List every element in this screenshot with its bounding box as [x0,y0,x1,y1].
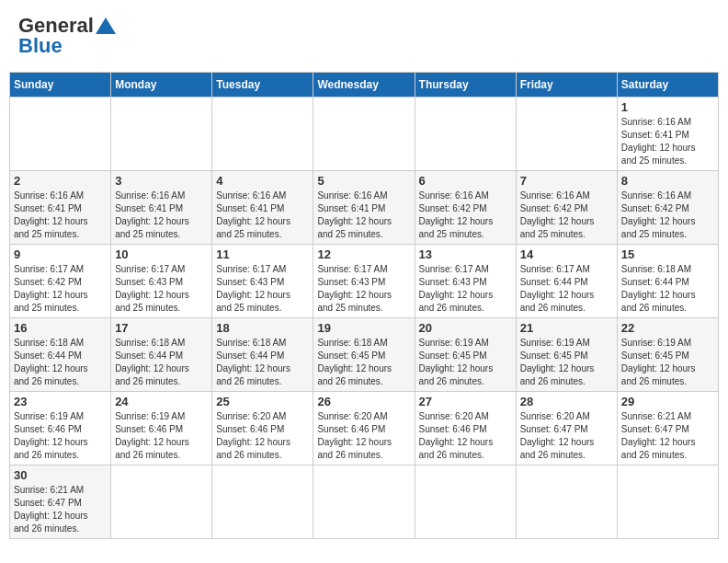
day-cell: 30Sunrise: 6:21 AMSunset: 6:47 PMDayligh… [10,465,111,539]
week-row-1: 2Sunrise: 6:16 AMSunset: 6:41 PMDaylight… [10,171,719,245]
week-row-0: 1Sunrise: 6:16 AMSunset: 6:41 PMDaylight… [10,98,719,171]
day-info: Sunrise: 6:19 AMSunset: 6:45 PMDaylight:… [520,337,613,388]
day-cell [516,465,617,539]
day-number: 9 [14,247,107,261]
week-row-5: 30Sunrise: 6:21 AMSunset: 6:47 PMDayligh… [10,465,719,539]
day-info: Sunrise: 6:17 AMSunset: 6:44 PMDaylight:… [520,263,613,315]
day-info: Sunrise: 6:20 AMSunset: 6:47 PMDaylight:… [520,410,613,462]
day-cell: 12Sunrise: 6:17 AMSunset: 6:43 PMDayligh… [313,245,415,318]
day-info: Sunrise: 6:17 AMSunset: 6:43 PMDaylight:… [317,263,410,315]
header-cell-thursday: Thursday [415,73,516,98]
day-number: 18 [216,321,309,335]
day-info: Sunrise: 6:16 AMSunset: 6:41 PMDaylight:… [115,190,208,241]
page-header: General Blue [9,9,719,63]
day-number: 12 [317,247,410,261]
day-number: 5 [317,174,410,188]
day-cell: 3Sunrise: 6:16 AMSunset: 6:41 PMDaylight… [111,171,212,245]
day-info: Sunrise: 6:18 AMSunset: 6:44 PMDaylight:… [115,337,208,388]
day-cell: 29Sunrise: 6:21 AMSunset: 6:47 PMDayligh… [617,392,718,465]
day-number: 13 [419,247,512,261]
day-info: Sunrise: 6:19 AMSunset: 6:45 PMDaylight:… [621,337,714,388]
day-number: 16 [14,321,107,335]
header-cell-saturday: Saturday [617,73,718,98]
day-cell: 25Sunrise: 6:20 AMSunset: 6:46 PMDayligh… [212,392,313,465]
day-number: 15 [621,247,714,261]
day-cell: 5Sunrise: 6:16 AMSunset: 6:41 PMDaylight… [313,171,415,245]
day-number: 11 [216,247,309,261]
day-cell [415,98,516,171]
week-row-2: 9Sunrise: 6:17 AMSunset: 6:42 PMDaylight… [10,245,719,318]
day-number: 3 [115,174,208,188]
day-cell [415,465,516,539]
header-cell-tuesday: Tuesday [212,73,313,98]
header-cell-monday: Monday [111,73,212,98]
day-number: 27 [419,395,512,408]
logo: General Blue [18,14,116,58]
day-cell: 10Sunrise: 6:17 AMSunset: 6:43 PMDayligh… [111,245,212,318]
week-row-4: 23Sunrise: 6:19 AMSunset: 6:46 PMDayligh… [10,392,719,465]
day-cell: 27Sunrise: 6:20 AMSunset: 6:46 PMDayligh… [415,392,516,465]
header-cell-friday: Friday [516,73,617,98]
day-number: 23 [14,395,107,408]
day-cell: 6Sunrise: 6:16 AMSunset: 6:42 PMDaylight… [415,171,516,245]
day-info: Sunrise: 6:16 AMSunset: 6:41 PMDaylight:… [621,116,714,167]
day-cell: 22Sunrise: 6:19 AMSunset: 6:45 PMDayligh… [617,318,718,392]
day-number: 19 [317,321,410,335]
day-number: 14 [520,247,613,261]
day-info: Sunrise: 6:17 AMSunset: 6:43 PMDaylight:… [115,263,208,315]
day-info: Sunrise: 6:16 AMSunset: 6:41 PMDaylight:… [216,190,309,241]
week-row-3: 16Sunrise: 6:18 AMSunset: 6:44 PMDayligh… [10,318,719,392]
day-info: Sunrise: 6:18 AMSunset: 6:45 PMDaylight:… [317,337,410,388]
day-info: Sunrise: 6:19 AMSunset: 6:46 PMDaylight:… [14,410,107,462]
logo-triangle-icon [96,16,116,36]
day-cell: 13Sunrise: 6:17 AMSunset: 6:43 PMDayligh… [415,245,516,318]
day-cell: 20Sunrise: 6:19 AMSunset: 6:45 PMDayligh… [415,318,516,392]
day-info: Sunrise: 6:16 AMSunset: 6:41 PMDaylight:… [14,190,107,241]
day-cell: 7Sunrise: 6:16 AMSunset: 6:42 PMDaylight… [516,171,617,245]
day-number: 1 [621,100,714,114]
day-cell [111,465,212,539]
day-number: 28 [520,395,613,408]
day-cell [313,98,415,171]
day-cell: 16Sunrise: 6:18 AMSunset: 6:44 PMDayligh… [10,318,111,392]
day-cell: 28Sunrise: 6:20 AMSunset: 6:47 PMDayligh… [516,392,617,465]
day-number: 10 [115,247,208,261]
day-cell: 24Sunrise: 6:19 AMSunset: 6:46 PMDayligh… [111,392,212,465]
day-number: 24 [115,395,208,408]
day-number: 7 [520,174,613,188]
calendar-table: SundayMondayTuesdayWednesdayThursdayFrid… [9,72,719,539]
day-info: Sunrise: 6:16 AMSunset: 6:42 PMDaylight:… [520,190,613,241]
day-cell: 4Sunrise: 6:16 AMSunset: 6:41 PMDaylight… [212,171,313,245]
day-cell [212,98,313,171]
day-info: Sunrise: 6:17 AMSunset: 6:42 PMDaylight:… [14,263,107,315]
day-info: Sunrise: 6:19 AMSunset: 6:46 PMDaylight:… [115,410,208,462]
day-cell: 1Sunrise: 6:16 AMSunset: 6:41 PMDaylight… [617,98,718,171]
header-cell-wednesday: Wednesday [313,73,415,98]
logo-blue-text: Blue [18,34,63,58]
day-number: 8 [621,174,714,188]
day-cell [313,465,415,539]
day-info: Sunrise: 6:18 AMSunset: 6:44 PMDaylight:… [216,337,309,388]
day-cell: 11Sunrise: 6:17 AMSunset: 6:43 PMDayligh… [212,245,313,318]
svg-marker-0 [96,17,116,34]
day-info: Sunrise: 6:16 AMSunset: 6:41 PMDaylight:… [317,190,410,241]
day-cell: 19Sunrise: 6:18 AMSunset: 6:45 PMDayligh… [313,318,415,392]
day-info: Sunrise: 6:16 AMSunset: 6:42 PMDaylight:… [621,190,714,241]
day-info: Sunrise: 6:17 AMSunset: 6:43 PMDaylight:… [216,263,309,315]
day-cell: 21Sunrise: 6:19 AMSunset: 6:45 PMDayligh… [516,318,617,392]
day-number: 26 [317,395,410,408]
day-number: 29 [621,395,714,408]
day-number: 30 [14,468,107,482]
header-row: SundayMondayTuesdayWednesdayThursdayFrid… [10,73,719,98]
header-cell-sunday: Sunday [10,73,111,98]
day-cell: 23Sunrise: 6:19 AMSunset: 6:46 PMDayligh… [10,392,111,465]
day-cell [617,465,718,539]
day-number: 6 [419,174,512,188]
day-cell: 8Sunrise: 6:16 AMSunset: 6:42 PMDaylight… [617,171,718,245]
day-info: Sunrise: 6:20 AMSunset: 6:46 PMDaylight:… [216,410,309,462]
day-number: 21 [520,321,613,335]
day-cell [111,98,212,171]
day-number: 25 [216,395,309,408]
day-number: 2 [14,174,107,188]
day-cell: 14Sunrise: 6:17 AMSunset: 6:44 PMDayligh… [516,245,617,318]
